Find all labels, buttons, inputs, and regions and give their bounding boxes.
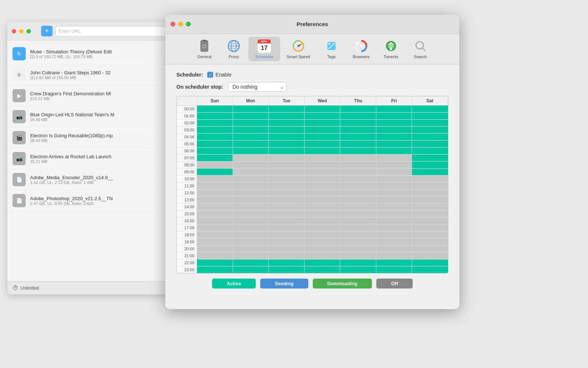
grid-cell[interactable]: [340, 155, 376, 161]
grid-cell[interactable]: [376, 141, 412, 147]
grid-cell[interactable]: [376, 148, 412, 154]
grid-cell[interactable]: [376, 134, 412, 140]
grid-cell[interactable]: [412, 252, 448, 259]
grid-cell[interactable]: [340, 224, 376, 231]
grid-cell[interactable]: [412, 224, 448, 231]
toolbar-item-scheduler[interactable]: NOV 17 Scheduler: [248, 37, 280, 61]
grid-cell[interactable]: [412, 190, 448, 196]
grid-cell[interactable]: [376, 183, 412, 189]
grid-cell[interactable]: [269, 134, 305, 140]
grid-cell[interactable]: [376, 120, 412, 126]
grid-cell[interactable]: [376, 106, 412, 112]
grid-cell[interactable]: [269, 224, 305, 231]
grid-cell[interactable]: [376, 217, 412, 224]
list-item[interactable]: 🎬Electron Is Going Reusable(1080p).mp38.…: [7, 127, 176, 148]
grid-cell[interactable]: [233, 252, 269, 259]
grid-cell[interactable]: [197, 134, 233, 140]
list-item[interactable]: 📷Electron Arrives at Rocket Lab Launch25…: [7, 148, 176, 169]
grid-cell[interactable]: [412, 141, 448, 147]
grid-cell[interactable]: [197, 266, 233, 273]
grid-cell[interactable]: [269, 259, 305, 266]
grid-cell[interactable]: [340, 169, 376, 175]
list-item[interactable]: ⏸John Coltrane - Giant Steps 1960 - 32[2…: [7, 64, 176, 85]
grid-cell[interactable]: [233, 210, 269, 217]
grid-cell[interactable]: [305, 176, 341, 182]
grid-cell[interactable]: [197, 162, 233, 168]
grid-cell[interactable]: [197, 204, 233, 210]
grid-cell[interactable]: [197, 141, 233, 147]
close-button[interactable]: [171, 22, 175, 26]
list-item[interactable]: ↻Muse - Simulation Theory (Deluxe Edit[1…: [7, 43, 176, 64]
legend-active-button[interactable]: Active: [212, 279, 256, 289]
list-item[interactable]: ▶Crew Dragon's First Demonstration Mi219…: [7, 85, 176, 106]
grid-cell[interactable]: [340, 120, 376, 126]
legend-seeding-button[interactable]: Seeding: [260, 279, 308, 289]
grid-cell[interactable]: [197, 148, 233, 154]
grid-cell[interactable]: [305, 204, 341, 210]
grid-cell[interactable]: [197, 176, 233, 182]
grid-cell[interactable]: [233, 169, 269, 175]
grid-cell[interactable]: [269, 155, 305, 161]
grid-cell[interactable]: [233, 162, 269, 168]
grid-cell[interactable]: [376, 113, 412, 119]
grid-cell[interactable]: [269, 183, 305, 189]
grid-cell[interactable]: [197, 252, 233, 259]
grid-cell[interactable]: [269, 204, 305, 210]
bg-minimize-dot[interactable]: [19, 29, 24, 33]
grid-cell[interactable]: [412, 231, 448, 238]
grid-cell[interactable]: [340, 190, 376, 196]
grid-cell[interactable]: [376, 266, 412, 273]
grid-cell[interactable]: [376, 197, 412, 203]
grid-cell[interactable]: [197, 183, 233, 189]
grid-cell[interactable]: [340, 210, 376, 217]
grid-cell[interactable]: [340, 134, 376, 140]
enable-checkbox-wrapper[interactable]: ✓ Enable: [207, 72, 232, 78]
grid-cell[interactable]: [233, 183, 269, 189]
grid-cell[interactable]: [376, 155, 412, 161]
grid-cell[interactable]: [305, 148, 341, 154]
grid-cell[interactable]: [233, 127, 269, 133]
grid-cell[interactable]: [233, 197, 269, 203]
grid-cell[interactable]: [376, 238, 412, 245]
maximize-button[interactable]: [186, 22, 191, 26]
grid-cell[interactable]: [412, 155, 448, 161]
grid-cell[interactable]: [233, 266, 269, 273]
grid-cell[interactable]: [305, 162, 341, 168]
grid-cell[interactable]: [305, 190, 341, 196]
toolbar-item-browsers[interactable]: Browsers: [346, 37, 376, 61]
grid-cell[interactable]: [197, 169, 233, 175]
grid-cell[interactable]: [340, 176, 376, 182]
grid-cell[interactable]: [233, 259, 269, 266]
grid-cell[interactable]: [269, 190, 305, 196]
grid-cell[interactable]: [269, 176, 305, 182]
grid-cell[interactable]: [305, 238, 341, 245]
url-input[interactable]: Enter URL: [55, 26, 172, 36]
grid-cell[interactable]: [305, 252, 341, 259]
grid-cell[interactable]: [269, 252, 305, 259]
grid-cell[interactable]: [305, 120, 341, 126]
toolbar-item-proxy[interactable]: Proxy: [219, 37, 248, 61]
grid-cell[interactable]: [233, 238, 269, 245]
grid-cell[interactable]: [269, 106, 305, 112]
toolbar-item-general[interactable]: General: [190, 37, 219, 61]
grid-cell[interactable]: [340, 245, 376, 252]
grid-cell[interactable]: [412, 127, 448, 133]
grid-cell[interactable]: [340, 217, 376, 224]
stop-dropdown[interactable]: Do nothing Quit application Sleep Shutdo…: [228, 82, 287, 92]
grid-cell[interactable]: [269, 266, 305, 273]
grid-cell[interactable]: [269, 120, 305, 126]
grid-cell[interactable]: [197, 224, 233, 231]
grid-cell[interactable]: [269, 217, 305, 224]
grid-cell[interactable]: [412, 210, 448, 217]
grid-cell[interactable]: [340, 204, 376, 210]
grid-cell[interactable]: [269, 238, 305, 245]
grid-cell[interactable]: [197, 231, 233, 238]
grid-cell[interactable]: [233, 106, 269, 112]
grid-cell[interactable]: [269, 148, 305, 154]
grid-cell[interactable]: [305, 197, 341, 203]
list-item[interactable]: 📄Adobe_Photoshop_2020_v21.2.5__TN2.47 GB…: [7, 190, 176, 211]
grid-cell[interactable]: [376, 210, 412, 217]
grid-cell[interactable]: [376, 162, 412, 168]
grid-cell[interactable]: [376, 190, 412, 196]
grid-cell[interactable]: [340, 106, 376, 112]
